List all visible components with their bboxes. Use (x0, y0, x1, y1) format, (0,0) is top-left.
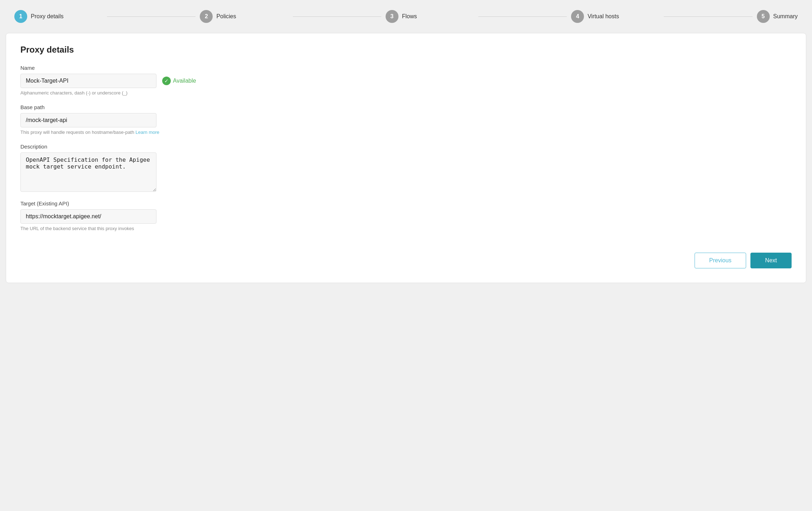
step-1-label: Proxy details (31, 13, 64, 20)
previous-button[interactable]: Previous (695, 253, 746, 268)
step-5-label: Summary (773, 13, 798, 20)
target-label: Target (Existing API) (20, 200, 792, 206)
base-path-field-group: Base path This proxy will handle request… (20, 104, 792, 135)
step-2-circle: 2 (200, 10, 213, 23)
step-4[interactable]: 4 Virtual hosts (571, 10, 659, 23)
name-field-group: Name ✓ Available Alphanumeric characters… (20, 65, 792, 96)
step-3-circle: 3 (386, 10, 398, 23)
step-4-label: Virtual hosts (588, 13, 619, 20)
step-5-circle: 5 (757, 10, 770, 23)
available-label: Available (173, 78, 196, 84)
target-field-group: Target (Existing API) The URL of the bac… (20, 200, 792, 231)
step-line-3 (478, 16, 567, 17)
step-5[interactable]: 5 Summary (757, 10, 798, 23)
base-path-label: Base path (20, 104, 792, 110)
description-label: Description (20, 143, 792, 150)
step-1-circle: 1 (14, 10, 27, 23)
main-card: Proxy details Name ✓ Available Alphanume… (6, 33, 806, 283)
target-hint: The URL of the backend service that this… (20, 226, 792, 231)
step-2[interactable]: 2 Policies (200, 10, 288, 23)
step-3[interactable]: 3 Flows (386, 10, 474, 23)
step-line-2 (293, 16, 381, 17)
target-input[interactable] (20, 209, 156, 224)
step-3-label: Flows (402, 13, 417, 20)
next-button[interactable]: Next (750, 253, 792, 268)
description-field-group: Description (20, 143, 792, 192)
base-path-hint: This proxy will handle requests on hostn… (20, 130, 792, 135)
description-input[interactable] (20, 152, 156, 192)
name-label: Name (20, 65, 792, 71)
step-4-circle: 4 (571, 10, 584, 23)
stepper: 1 Proxy details 2 Policies 3 Flows 4 Vir… (6, 6, 806, 27)
available-badge: ✓ Available (162, 77, 196, 85)
step-line-1 (107, 16, 195, 17)
check-icon: ✓ (162, 77, 171, 85)
learn-more-link[interactable]: Learn more (136, 130, 159, 135)
step-1[interactable]: 1 Proxy details (14, 10, 103, 23)
name-hint: Alphanumeric characters, dash (-) or und… (20, 90, 792, 96)
step-line-4 (664, 16, 752, 17)
name-input[interactable] (20, 74, 156, 88)
step-2-label: Policies (216, 13, 236, 20)
page-title: Proxy details (20, 45, 792, 55)
base-path-input[interactable] (20, 113, 156, 127)
name-row: ✓ Available (20, 74, 792, 88)
footer-buttons: Previous Next (20, 253, 792, 268)
